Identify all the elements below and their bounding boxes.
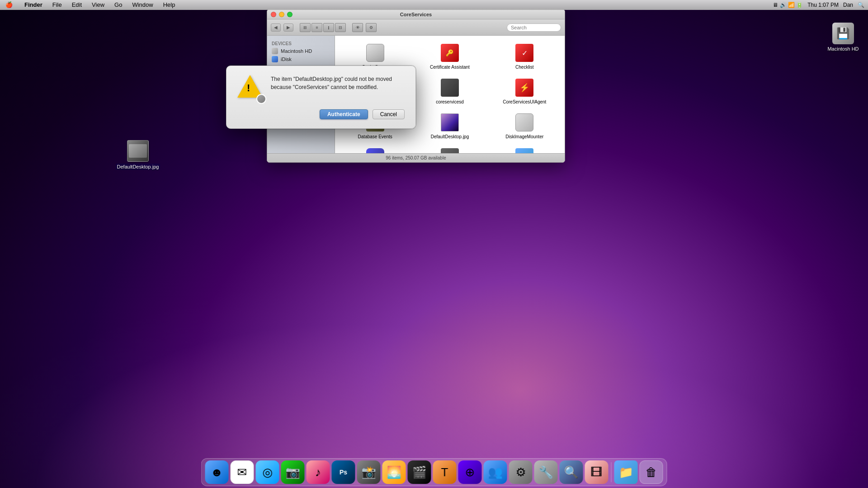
desktop-file-label: DefaultDesktop.jpg (116, 164, 160, 170)
dock-item-camera[interactable]: 📸 (357, 460, 381, 484)
dock-item-itunes[interactable]: ♪ (307, 460, 330, 484)
dock-item-magnifier[interactable]: 🔍 (560, 460, 583, 484)
dock-item-ps[interactable]: Ps (332, 460, 355, 484)
file-item-extra[interactable] (489, 145, 560, 153)
file-name-coreservicesd: coreservicesd (436, 99, 464, 104)
dock-icon-folder: 📁 (614, 460, 638, 484)
file-item-coreservicesd[interactable]: coreservicesd (414, 75, 485, 106)
dock-icon-mail: ✉ (231, 460, 254, 484)
file-item-dock[interactable]: Dock (340, 145, 410, 153)
dock-icon-utility: ⚙ (509, 460, 533, 484)
menubar-time: Thu 1:07 PM (807, 2, 839, 8)
file-name-checklist: Checklist (515, 65, 534, 70)
dock-item-trash[interactable]: 🗑 (640, 460, 663, 484)
file-name-diskimage: DiskImageMounter (505, 134, 543, 139)
menubar-left: 🍎 Finder File Edit View Go Window Help (4, 1, 177, 8)
extra-icon-img (515, 148, 533, 153)
menubar-window[interactable]: Window (130, 1, 155, 8)
column-view-button[interactable]: ⫿ (323, 23, 334, 32)
minimize-button[interactable] (279, 12, 284, 17)
dock-item-finder[interactable]: ☻ (205, 460, 229, 484)
apple-menu[interactable]: 🍎 (4, 1, 14, 8)
file-icon-csuiagent: ⚡ (514, 77, 535, 99)
maximize-button[interactable] (287, 12, 292, 17)
list-view-button[interactable]: ≡ (311, 23, 322, 32)
dock-icon-camera: 📸 (357, 460, 381, 484)
dock-item-iphoto[interactable]: 🌅 (382, 460, 406, 484)
dock-icon-linein: ⊕ (458, 460, 482, 484)
dock-item-pages[interactable]: T (433, 460, 457, 484)
csuiagent-icon-img: ⚡ (515, 79, 533, 97)
file-icon-dotmac (439, 146, 461, 153)
dock-icon-magnifier: 🔍 (560, 460, 583, 484)
checklist-icon-img: ✓ (515, 44, 533, 62)
file-item-checklist[interactable]: ✓ Checklist (489, 40, 560, 71)
forward-button[interactable]: ▶ (283, 23, 293, 32)
action-button[interactable]: ⚙ (366, 23, 377, 32)
finder-window-title: CoreServices (400, 12, 432, 17)
dock-icon-ps: Ps (332, 460, 355, 484)
finder-statusbar: 96 items, 250.07 GB available (267, 153, 565, 162)
dock-separator (611, 462, 612, 482)
file-name-certassist: Certificate Assistant (430, 65, 470, 70)
icon-view-button[interactable]: ⊞ (300, 23, 311, 32)
dock-icon-prefs: 🔧 (534, 460, 558, 484)
back-button[interactable]: ◀ (271, 23, 281, 32)
dock-icon-trash: 🗑 (640, 460, 663, 484)
file-name-defaultdesktop: DefaultDesktop.jpg (431, 134, 469, 139)
menubar-go[interactable]: Go (113, 1, 124, 8)
hd-icon-img: 💾 (832, 23, 854, 44)
view-buttons: ⊞ ≡ ⫿ ⊟ (300, 23, 346, 32)
menubar-file[interactable]: File (51, 1, 64, 8)
sidebar-idisk-icon (272, 56, 278, 62)
dock-item-imovie[interactable]: 🎬 (408, 460, 431, 484)
dock-icon-facetime: 📷 (281, 460, 305, 484)
dock-item-folder[interactable]: 📁 (614, 460, 638, 484)
close-button[interactable] (271, 12, 276, 17)
menubar-help[interactable]: Help (161, 1, 177, 8)
cover-flow-button[interactable]: ⊟ (335, 23, 346, 32)
sidebar-devices-header: DEVICES (267, 39, 335, 47)
menubar-view[interactable]: View (90, 1, 106, 8)
menubar-finder[interactable]: Finder (23, 1, 44, 8)
eye-button[interactable]: 👁 (352, 23, 363, 32)
dock-item-prefs[interactable]: 🔧 (534, 460, 558, 484)
cacheserver-icon-img (366, 44, 384, 62)
file-item-diskimage[interactable]: DiskImageMounter (489, 110, 560, 141)
authenticate-button[interactable]: Authenticate (320, 109, 368, 119)
diskimage-icon-img (515, 113, 533, 131)
dock-icon-dvd: 🎞 (585, 460, 609, 484)
file-item-csuiagent[interactable]: ⚡ CoreServicesUIAgent (489, 75, 560, 106)
sidebar-item-machd[interactable]: Macintosh HD (267, 47, 335, 55)
sidebar-item-idisk[interactable]: iDisk (267, 55, 335, 63)
menubar-search-icon[interactable]: 🔍 (858, 2, 864, 8)
finder-search-input[interactable] (507, 23, 561, 32)
file-item-defaultdesktop[interactable]: DefaultDesktop.jpg (414, 110, 485, 141)
alert-dialog: The item "DefaultDesktop.jpg" could not … (226, 66, 416, 129)
dock-item-mail[interactable]: ✉ (231, 460, 254, 484)
alert-content: The item "DefaultDesktop.jpg" could not … (237, 75, 405, 102)
sidebar-hd-icon (272, 48, 278, 54)
dock-item-linein[interactable]: ⊕ (458, 460, 482, 484)
dock-item-safari[interactable]: ◎ (256, 460, 279, 484)
dock-icon-iphoto: 🌅 (382, 460, 406, 484)
file-icon-defaultdesktop (439, 112, 461, 133)
file-icon-checklist: ✓ (514, 42, 535, 64)
cancel-button[interactable]: Cancel (373, 109, 405, 119)
certassist-icon-img: 🔑 (441, 44, 459, 62)
file-item-certassist[interactable]: 🔑 Certificate Assistant (414, 40, 485, 71)
dock-item-utility[interactable]: ⚙ (509, 460, 533, 484)
menubar: 🍎 Finder File Edit View Go Window Help 🖥… (0, 0, 868, 10)
dock-item-dvd[interactable]: 🎞 (585, 460, 609, 484)
dock-icon-itunes: ♪ (307, 460, 330, 484)
dock-icon-pages: T (433, 460, 457, 484)
finder-toolbar: ◀ ▶ ⊞ ≡ ⫿ ⊟ 👁 ⚙ (267, 19, 565, 36)
hd-desktop-icon[interactable]: 💾 Macintosh HD (827, 23, 859, 52)
dock-item-people[interactable]: 👥 (484, 460, 507, 484)
file-item-dotmac[interactable]: dotmacsyncchent (414, 145, 485, 153)
file-icon-extra (514, 146, 535, 153)
dock-item-facetime[interactable]: 📷 (281, 460, 305, 484)
menubar-edit[interactable]: Edit (70, 1, 84, 8)
desktop-file-icon[interactable]: DefaultDesktop.jpg (120, 140, 156, 170)
menubar-user: Dan (843, 2, 853, 8)
